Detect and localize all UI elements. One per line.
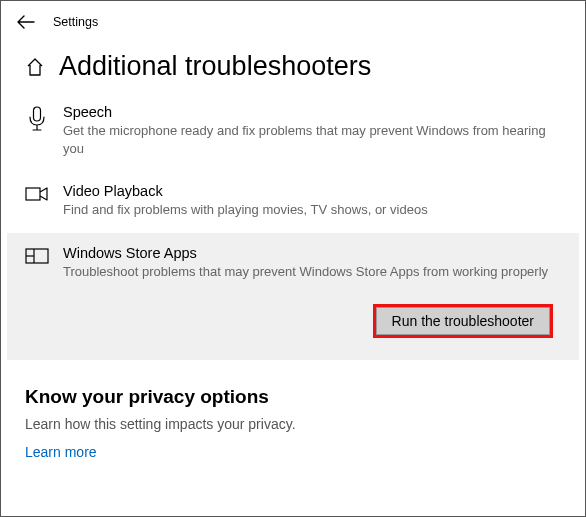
privacy-description: Learn how this setting impacts your priv… <box>25 416 561 432</box>
back-arrow-icon[interactable] <box>17 15 35 29</box>
item-title: Windows Store Apps <box>63 245 561 261</box>
svg-rect-1 <box>26 188 40 200</box>
troubleshooter-item-video[interactable]: Video Playback Find and fix problems wit… <box>1 171 585 233</box>
page-header: Additional troubleshooters <box>1 35 585 92</box>
privacy-section: Know your privacy options Learn how this… <box>1 360 585 472</box>
troubleshooter-item-speech[interactable]: Speech Get the microphone ready and fix … <box>1 92 585 171</box>
app-grid-icon <box>25 245 49 265</box>
title-bar: Settings <box>1 1 585 35</box>
item-description: Find and fix problems with playing movie… <box>63 201 561 219</box>
item-title: Video Playback <box>63 183 561 199</box>
run-troubleshooter-button[interactable]: Run the troubleshooter <box>373 304 553 338</box>
learn-more-link[interactable]: Learn more <box>25 444 561 460</box>
home-icon[interactable] <box>25 57 45 77</box>
svg-rect-0 <box>34 107 41 121</box>
item-description: Get the microphone ready and fix problem… <box>63 122 561 157</box>
item-description: Troubleshoot problems that may prevent W… <box>63 263 561 281</box>
item-title: Speech <box>63 104 561 120</box>
troubleshooter-list: Speech Get the microphone ready and fix … <box>1 92 585 360</box>
privacy-title: Know your privacy options <box>25 386 561 408</box>
microphone-icon <box>25 104 49 132</box>
run-button-row: Run the troubleshooter <box>7 294 579 360</box>
page-title: Additional troubleshooters <box>59 51 371 82</box>
settings-label: Settings <box>53 15 98 29</box>
video-camera-icon <box>25 183 49 203</box>
troubleshooter-item-store-apps[interactable]: Windows Store Apps Troubleshoot problems… <box>7 233 579 295</box>
